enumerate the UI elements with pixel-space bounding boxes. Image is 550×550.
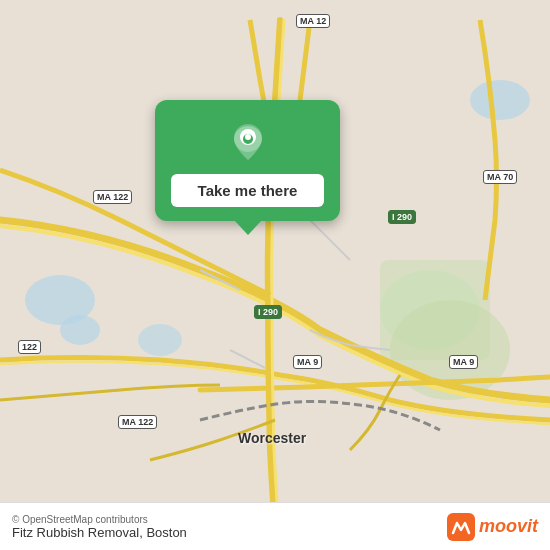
location-pin-icon [226, 120, 270, 164]
bottom-bar: © OpenStreetMap contributors Fitz Rubbis… [0, 502, 550, 550]
svg-point-3 [470, 80, 530, 120]
moovit-logo: moovit [447, 513, 538, 541]
city-label: Worcester [238, 430, 306, 446]
copyright-text: © OpenStreetMap contributors [12, 514, 187, 525]
moovit-icon [447, 513, 475, 541]
take-me-there-button[interactable]: Take me there [171, 174, 324, 207]
road-label-122: 122 [18, 340, 41, 354]
bottom-left-info: © OpenStreetMap contributors Fitz Rubbis… [12, 514, 187, 540]
svg-point-1 [60, 315, 100, 345]
road-label-i290a: I 290 [388, 210, 416, 224]
road-label-ma70: MA 70 [483, 170, 517, 184]
road-label-ma12: MA 12 [296, 14, 330, 28]
road-label-ma122b: MA 122 [118, 415, 157, 429]
road-label-ma122a: MA 122 [93, 190, 132, 204]
map-svg [0, 0, 550, 550]
svg-point-10 [245, 134, 251, 140]
road-label-ma9a: MA 9 [293, 355, 322, 369]
moovit-text: moovit [479, 516, 538, 537]
svg-point-4 [138, 324, 182, 356]
map-container: MA 12 MA 70 MA 122 I 290 I 290 MA 9 MA 9… [0, 0, 550, 550]
location-text: Fitz Rubbish Removal, Boston [12, 525, 187, 540]
svg-rect-11 [447, 513, 475, 541]
popup-card: Take me there [155, 100, 340, 221]
road-label-ma9b: MA 9 [449, 355, 478, 369]
road-label-i290b: I 290 [254, 305, 282, 319]
